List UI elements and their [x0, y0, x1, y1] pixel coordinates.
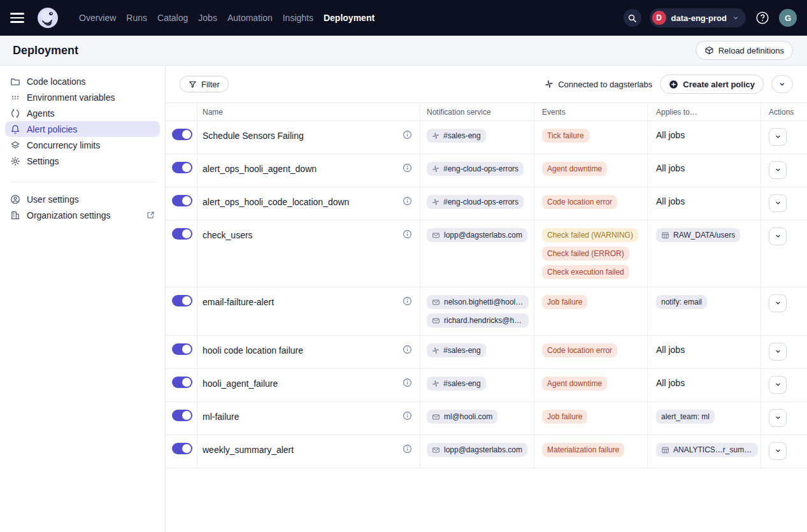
- table-row: alert_ops_hooli_agent_down#eng-cloud-ops…: [166, 154, 807, 187]
- toggle-cell: [166, 220, 197, 287]
- event-chip: Job failure: [542, 295, 587, 309]
- nav-catalog[interactable]: Catalog: [157, 13, 188, 23]
- chevron-down-icon: [732, 14, 739, 22]
- notification-column-header: Notification service: [420, 103, 534, 120]
- nav-automation[interactable]: Automation: [227, 13, 273, 23]
- gear-icon: [10, 156, 20, 166]
- info-icon[interactable]: [403, 162, 412, 173]
- event-label: Materialization failure: [547, 445, 619, 454]
- notification-cell: nelson.bighetti@hooli.co…richard.hendric…: [420, 287, 534, 335]
- applies-to-label: RAW_DATA/users: [673, 231, 735, 240]
- nav-deployment[interactable]: Deployment: [324, 13, 375, 23]
- user-icon: [10, 194, 20, 205]
- user-avatar[interactable]: G: [779, 9, 797, 27]
- info-icon[interactable]: [403, 443, 412, 454]
- info-icon[interactable]: [403, 410, 412, 421]
- name-cell: weekly_summary_alert: [197, 435, 420, 468]
- search-icon: [627, 13, 637, 23]
- notification-chip: richard.hendricks@hooli…: [427, 313, 529, 327]
- external-link-icon: [146, 211, 155, 219]
- row-actions-menu-button[interactable]: [769, 442, 787, 460]
- nav-overview[interactable]: Overview: [79, 13, 116, 23]
- row-actions-menu-button[interactable]: [769, 227, 787, 245]
- applies-to-cell: alert_team: ml: [648, 402, 761, 435]
- policy-name: hooli code location failure: [203, 343, 303, 357]
- actions-cell: [761, 336, 807, 368]
- filter-label: Filter: [201, 80, 220, 89]
- workspace-selector[interactable]: D data-eng-prod: [650, 8, 746, 27]
- chevron-down-icon: [775, 133, 782, 142]
- row-actions-menu-button[interactable]: [769, 194, 787, 212]
- alert-enabled-toggle[interactable]: [172, 228, 192, 240]
- alert-enabled-toggle[interactable]: [172, 443, 192, 454]
- create-alert-policy-button[interactable]: Create alert policy: [660, 75, 764, 94]
- nav-runs[interactable]: Runs: [126, 13, 147, 23]
- info-icon[interactable]: [403, 343, 412, 354]
- table-row: ml-failureml@hooli.comJob failurealert_t…: [166, 402, 807, 435]
- sidebar-item-code-locations[interactable]: Code locations: [5, 73, 160, 89]
- applies-to-cell: notify: email: [648, 287, 761, 335]
- table-row: Schedule Sensors Failing#sales-engTick f…: [166, 121, 807, 154]
- row-actions-menu-button[interactable]: [769, 128, 787, 146]
- sidebar-item-concurrency-limits[interactable]: Concurrency limits: [5, 137, 160, 153]
- chevron-down-icon: [775, 232, 782, 241]
- toggle-knob: [182, 296, 191, 305]
- sidebar-footer: User settings Organization settings: [10, 182, 155, 223]
- chevron-down-icon: [778, 80, 786, 88]
- info-icon[interactable]: [403, 295, 412, 306]
- plus-circle-icon: [669, 80, 678, 89]
- sidebar-item-environment-variables[interactable]: Environment variables: [5, 89, 160, 105]
- notification-cell: #eng-cloud-ops-errors: [420, 187, 534, 220]
- menu-icon[interactable]: [10, 9, 28, 27]
- info-icon[interactable]: [403, 129, 412, 140]
- notification-cell: #sales-eng: [420, 121, 534, 154]
- more-actions-button[interactable]: [771, 75, 793, 93]
- sidebar-item-alert-policies[interactable]: Alert policies: [5, 121, 160, 137]
- asset-table-icon: [661, 231, 669, 240]
- alert-enabled-toggle[interactable]: [172, 343, 192, 355]
- sidebar-item-agents[interactable]: Agents: [5, 105, 160, 121]
- row-actions-menu-button[interactable]: [769, 343, 787, 361]
- notification-chip: nelson.bighetti@hooli.co…: [427, 295, 529, 309]
- toggle-cell: [166, 121, 197, 154]
- alert-enabled-toggle[interactable]: [172, 195, 192, 206]
- row-actions-menu-button[interactable]: [769, 409, 787, 427]
- filter-button[interactable]: Filter: [180, 76, 229, 92]
- chevron-down-icon: [775, 347, 782, 357]
- notification-chip: lopp@dagsterlabs.com: [427, 443, 527, 457]
- toggle-column-header: [166, 103, 197, 120]
- info-icon[interactable]: [403, 377, 412, 387]
- connection-status-label: Connected to dagsterlabs: [558, 80, 652, 89]
- event-chip: Check failed (WARNING): [542, 228, 638, 242]
- info-icon[interactable]: [403, 195, 412, 206]
- search-button[interactable]: [624, 9, 641, 27]
- alert-enabled-toggle[interactable]: [172, 162, 192, 173]
- sidebar-item-organization-settings[interactable]: Organization settings: [5, 207, 160, 223]
- info-icon[interactable]: [403, 228, 412, 239]
- events-cell: Code location error: [534, 187, 648, 220]
- sidebar-item-settings[interactable]: Settings: [5, 153, 160, 169]
- alert-enabled-toggle[interactable]: [172, 295, 192, 306]
- actions-cell: [761, 369, 807, 401]
- events-cell: Materialization failure: [534, 435, 648, 468]
- nav-insights[interactable]: Insights: [283, 13, 313, 23]
- policy-name: ml-failure: [203, 410, 239, 423]
- row-actions-menu-button[interactable]: [769, 376, 787, 394]
- toggle-cell: [166, 369, 197, 401]
- row-actions-menu-button[interactable]: [769, 294, 787, 312]
- notification-chip: lopp@dagsterlabs.com: [427, 228, 527, 242]
- reload-definitions-button[interactable]: Reload definitions: [696, 41, 793, 60]
- applies-to-value: All jobs: [656, 130, 685, 140]
- sidebar-item-user-settings[interactable]: User settings: [5, 191, 160, 207]
- alert-enabled-toggle[interactable]: [172, 377, 192, 388]
- row-actions-menu-button[interactable]: [769, 161, 787, 179]
- actions-cell: [761, 121, 807, 154]
- alert-enabled-toggle[interactable]: [172, 129, 192, 140]
- email-icon: [432, 231, 440, 240]
- event-label: Job failure: [547, 412, 582, 421]
- event-chip: Tick failure: [542, 129, 589, 143]
- nav-jobs[interactable]: Jobs: [198, 13, 217, 23]
- alert-enabled-toggle[interactable]: [172, 410, 192, 421]
- help-button[interactable]: [754, 10, 771, 26]
- topnav-right: D data-eng-prod G: [624, 8, 797, 27]
